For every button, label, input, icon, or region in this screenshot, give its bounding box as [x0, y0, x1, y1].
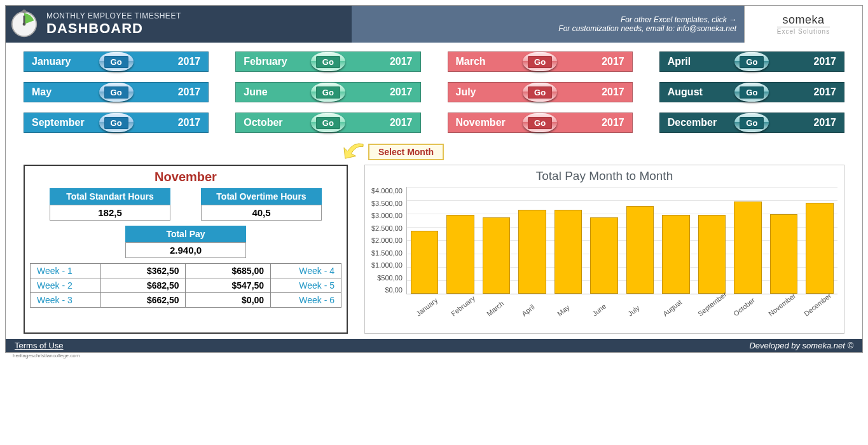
overtime-hours-label: Total Overtime Hours: [201, 188, 322, 205]
week-label: Week - 3: [31, 293, 101, 308]
month-name: June: [244, 86, 267, 98]
terms-link[interactable]: Terms of Use: [15, 341, 64, 350]
bar-may: [555, 210, 582, 294]
clock-icon: [6, 6, 43, 43]
overtime-hours-value: 40,5: [201, 205, 322, 221]
go-button[interactable]: Go: [311, 52, 345, 71]
bar-july: [626, 206, 654, 294]
month-tile-january: JanuaryGo2017: [24, 51, 209, 72]
developed-by: Developed by someka.net ©: [749, 341, 853, 350]
go-label: Go: [104, 117, 128, 129]
bar-january: [411, 231, 439, 294]
week-amount: $685,00: [186, 264, 271, 278]
header-title: DASHBOARD: [46, 20, 352, 37]
month-year: 2017: [390, 86, 413, 98]
y-tick: $3.500,00: [371, 200, 403, 207]
week-label: Week - 4: [271, 264, 341, 278]
week-amount: $682,50: [100, 278, 186, 293]
y-tick: $2.500,00: [371, 224, 403, 232]
month-year: 2017: [602, 117, 624, 128]
total-pay-metric: Total Pay 2.940,0: [125, 226, 246, 258]
week-amount: $0,00: [186, 293, 271, 308]
month-tile-september: SeptemberGo2017: [24, 113, 209, 133]
y-tick: $0,00: [385, 286, 403, 294]
bar-march: [483, 217, 511, 294]
month-name: April: [668, 56, 691, 67]
select-month-badge[interactable]: Select Month: [368, 144, 444, 160]
svg-point-3: [22, 10, 26, 13]
weeks-table: Week - 1$362,50$685,00Week - 4Week - 2$6…: [30, 263, 341, 308]
go-label: Go: [740, 56, 764, 68]
body: JanuaryGo2017FebruaryGo2017MarchGo2017Ap…: [6, 43, 862, 339]
month-year: 2017: [178, 56, 201, 67]
brand-logo: someka Excel Solutions: [744, 6, 862, 43]
month-year: 2017: [390, 56, 413, 67]
go-label: Go: [316, 86, 340, 99]
go-label: Go: [104, 56, 128, 68]
table-row: Week - 3$662,50$0,00Week - 6: [31, 293, 341, 308]
week-amount: $662,50: [100, 293, 186, 308]
month-year: 2017: [602, 86, 624, 98]
svg-rect-2: [24, 16, 25, 24]
bar-december: [806, 203, 834, 294]
footer: Terms of Use Developed by someka.net ©: [6, 339, 862, 352]
bar-february: [446, 215, 474, 294]
go-button[interactable]: Go: [523, 52, 557, 71]
go-button[interactable]: Go: [523, 113, 557, 132]
summary-panel: November Total Standart Hours 182,5 Tota…: [24, 165, 348, 334]
month-year: 2017: [390, 117, 413, 128]
go-label: Go: [528, 117, 552, 129]
table-row: Week - 1$362,50$685,00Week - 4: [31, 264, 341, 278]
source-note: heritageschristiancollege.com: [5, 353, 863, 359]
month-tile-october: OctoberGo2017: [235, 113, 420, 133]
bar-october: [734, 202, 762, 294]
header-subtitle: MONTHLY EMPLOYEE TIMESHEET: [46, 11, 352, 20]
go-button[interactable]: Go: [99, 52, 134, 71]
month-tile-december: DecemberGo2017: [659, 113, 844, 133]
month-tile-august: AugustGo2017: [659, 82, 844, 102]
bar-september: [698, 215, 726, 294]
month-name: February: [244, 56, 287, 67]
go-label: Go: [740, 86, 764, 99]
month-grid: JanuaryGo2017FebruaryGo2017MarchGo2017Ap…: [24, 51, 844, 133]
go-button[interactable]: Go: [311, 113, 345, 132]
go-button[interactable]: Go: [311, 83, 345, 102]
bar-august: [662, 215, 690, 294]
month-name: January: [32, 56, 71, 67]
month-year: 2017: [813, 86, 836, 98]
header-right: For other Excel templates, click → For c…: [352, 6, 744, 43]
month-tile-april: AprilGo2017: [659, 51, 844, 72]
chart-y-axis: $4.000,00$3.500,00$3.000,00$2.500,00$2.0…: [371, 187, 406, 294]
month-name: December: [668, 117, 717, 128]
week-label: Week - 6: [271, 293, 341, 308]
go-button[interactable]: Go: [734, 52, 769, 71]
month-tile-february: FebruaryGo2017: [235, 51, 420, 72]
overtime-hours-metric: Total Overtime Hours 40,5: [201, 188, 322, 221]
month-name: September: [32, 117, 85, 128]
title-block: MONTHLY EMPLOYEE TIMESHEET DASHBOARD: [43, 6, 352, 43]
month-name: July: [456, 86, 476, 98]
go-button[interactable]: Go: [99, 113, 134, 132]
contact-email: For customization needs, email to: info@…: [558, 24, 736, 33]
go-label: Go: [104, 86, 128, 99]
go-button[interactable]: Go: [99, 83, 134, 102]
go-button[interactable]: Go: [734, 83, 769, 102]
chart-x-axis: JanuaryFebruaryMarchAprilMayJuneJulyAugu…: [415, 301, 837, 332]
templates-link[interactable]: For other Excel templates, click →: [621, 15, 736, 24]
y-tick: $500,00: [377, 274, 403, 282]
standard-hours-value: 182,5: [50, 205, 170, 221]
go-button[interactable]: Go: [734, 113, 769, 132]
arrow-down-left-icon: [341, 140, 366, 163]
go-label: Go: [316, 117, 340, 129]
y-tick: $3.000,00: [371, 212, 403, 219]
chart-title: Total Pay Month to Month: [371, 169, 837, 183]
dashboard-frame: MONTHLY EMPLOYEE TIMESHEET DASHBOARD For…: [5, 5, 863, 353]
go-button[interactable]: Go: [523, 83, 557, 102]
month-year: 2017: [178, 117, 201, 128]
month-year: 2017: [813, 117, 836, 128]
month-name: May: [32, 86, 52, 98]
y-tick: $1.000,00: [371, 261, 403, 269]
month-tile-november: NovemberGo2017: [448, 113, 633, 133]
total-pay-label: Total Pay: [125, 226, 246, 242]
week-label: Week - 5: [271, 278, 341, 293]
